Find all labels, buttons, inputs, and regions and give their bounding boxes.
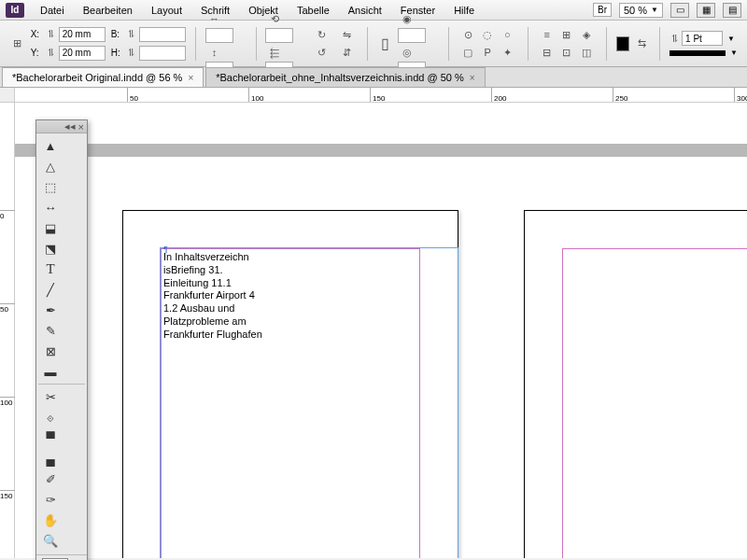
view-options-icon[interactable]: ▭ [670,3,689,18]
select-container-icon[interactable]: ◎ [398,44,416,61]
text-line: In Inhaltsverzeichn [163,251,455,264]
wrap-column-icon[interactable]: ⊡ [557,44,576,61]
horizontal-ruler[interactable]: 50 100 150 200 250 300 [15,88,747,103]
w-input[interactable] [139,27,186,42]
line-tool[interactable]: ╱ [38,279,63,300]
tab-label: *Bachelorarbeit_ohne_Inhaltsverzeichnis.… [216,72,464,83]
reference-point-icon[interactable]: ⊞ [9,35,25,52]
pen-tool[interactable]: ✒ [38,300,63,320]
menu-ansicht[interactable]: Ansicht [340,2,390,19]
menu-hilfe[interactable]: Hilfe [445,2,483,19]
ruler-origin[interactable] [0,88,15,103]
document-canvas[interactable]: ¶ In Inhaltsverzeichn isBriefing 31. Ein… [15,103,747,558]
wrap-none-icon[interactable]: ≡ [538,26,557,43]
zoom-select[interactable]: 50 % ▼ [619,3,663,18]
text-line: Frankfurter Airport 4 [163,289,455,302]
stepper-icon[interactable]: ⥮ [669,30,679,47]
rotate-icon[interactable]: ⟲ [265,10,284,27]
content-collector-tool[interactable]: ⬓ [38,217,63,238]
content-input[interactable] [398,28,426,43]
scale-x-input[interactable] [205,28,233,43]
margin-guide [562,248,747,558]
close-icon[interactable]: × [78,121,84,133]
selection-tool[interactable]: ▲ [38,135,63,156]
rectangle-tool[interactable]: ▬ [38,361,63,382]
pencil-tool[interactable]: ✎ [38,320,63,341]
page-tool[interactable]: ⬚ [38,176,63,197]
text-line: Platzprobleme am [163,315,455,329]
flip-h-icon[interactable]: ⇋ [338,26,357,43]
vertical-ruler[interactable]: 0 50 100 150 [0,103,15,558]
eyedropper-tool[interactable]: ✑ [38,489,63,510]
menu-datei[interactable]: Datei [32,2,73,19]
menu-bearbeiten[interactable]: Bearbeiten [75,2,141,19]
container-icon[interactable]: ▯ [377,27,393,61]
shear-icon[interactable]: ⬱ [265,44,284,61]
stroke-solid-icon[interactable]: ○ [498,26,516,43]
free-transform-tool[interactable]: ⟐ [38,407,63,427]
flip-v-icon[interactable]: ⇵ [338,44,357,61]
stroke-dashed-icon[interactable]: ⊙ [458,26,477,43]
toolbox-panel: ◂◂ × ▲ △ ⬚ ↔ ⬓ ⬔ T ╱ ✒ ✎ ⊠ ▬ ✂ ⟐ ▀ ▄ ✐ ✑… [35,119,88,560]
hand-tool[interactable]: ✋ [38,510,63,530]
collapse-icon[interactable]: ◂◂ [64,120,76,133]
chevron-down-icon: ▼ [651,6,658,14]
arrange-docs-icon[interactable]: ▤ [723,3,741,18]
pasteboard-band [15,144,747,157]
y-input[interactable] [59,46,106,61]
rotate-ccw-icon[interactable]: ↺ [312,44,331,61]
stepper-icon[interactable]: ⥮ [47,26,56,43]
direct-selection-tool[interactable]: △ [38,156,63,176]
note-tool[interactable]: ✐ [38,469,63,489]
tab-label: *Bachelorarbeit Original.indd @ 56 % [12,72,182,83]
screen-mode-icon[interactable]: ▦ [697,3,715,18]
wrap-jump-icon[interactable]: ⊟ [538,44,557,61]
rotate-input[interactable] [265,28,293,43]
stepper-icon[interactable]: ⥮ [47,45,56,62]
zoom-tool[interactable]: 🔍 [38,530,63,551]
gradient-swatch-tool[interactable]: ▀ [38,427,63,448]
text-line: isBriefing 31. [163,264,455,277]
swap-fillstroke-icon[interactable]: ⇆ [635,35,651,52]
chevron-down-icon[interactable]: ▼ [727,35,735,43]
gradient-feather-tool[interactable]: ▄ [38,448,63,469]
scale-x-icon[interactable]: ↔ [205,10,224,27]
rectangle-frame-tool[interactable]: ⊠ [38,341,63,361]
x-input[interactable] [59,27,106,42]
h-input[interactable] [139,46,186,61]
wrap-invert-icon[interactable]: ◫ [577,44,596,61]
type-tool[interactable]: T [38,259,63,279]
wrap-shape-icon[interactable]: ◈ [577,26,596,43]
stroke-dotted-icon[interactable]: ◌ [478,26,497,43]
document-tab[interactable]: *Bachelorarbeit Original.indd @ 56 % × [2,67,204,87]
effects-fx-icon[interactable]: ✦ [498,44,516,61]
corner-icon[interactable]: ▢ [458,44,477,61]
rotate-cw-icon[interactable]: ↻ [312,26,331,43]
fill-swatch[interactable] [616,36,628,51]
menu-layout[interactable]: Layout [143,2,190,19]
anchor-icon: ¶ [163,245,168,255]
effects-p-icon[interactable]: P [478,44,497,61]
stroke-style-preview[interactable] [669,50,726,56]
document-tab-strip: *Bachelorarbeit Original.indd @ 56 % × *… [0,67,747,88]
h-label: H: [111,48,124,58]
wrap-bbox-icon[interactable]: ⊞ [557,26,576,43]
gap-tool[interactable]: ↔ [38,197,63,217]
stepper-icon[interactable]: ⥮ [127,45,136,62]
content-placer-tool[interactable]: ⬔ [38,238,63,259]
stroke-weight-input[interactable] [682,31,723,46]
bridge-button[interactable]: Br [593,3,612,17]
select-content-icon[interactable]: ◉ [398,10,416,27]
toolbox-header[interactable]: ◂◂ × [36,120,87,133]
text-frame[interactable]: ¶ In Inhaltsverzeichn isBriefing 31. Ein… [160,247,458,558]
scissors-tool[interactable]: ✂ [38,386,63,407]
text-line: Einleitung 11.1 [163,277,455,290]
close-icon[interactable]: × [188,73,193,83]
scale-y-icon[interactable]: ↕ [205,44,224,61]
chevron-down-icon[interactable]: ▼ [730,49,738,57]
document-tab[interactable]: *Bachelorarbeit_ohne_Inhaltsverzeichnis.… [205,67,485,87]
stepper-icon[interactable]: ⥮ [127,26,136,43]
x-label: X: [31,29,44,39]
page-right[interactable] [524,210,747,558]
close-icon[interactable]: × [470,73,475,83]
